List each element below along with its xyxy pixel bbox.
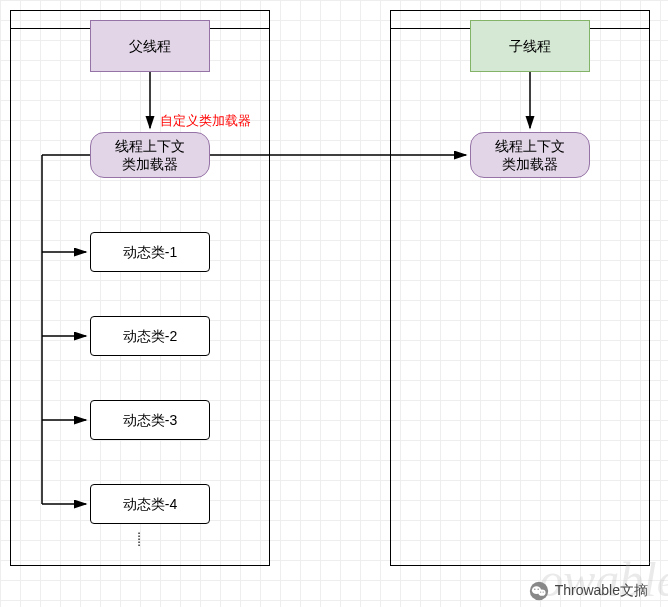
svg-point-6 [542,591,543,592]
wechat-icon [529,581,549,601]
footer-brand-label: Throwable文摘 [555,582,648,600]
footer-brand: Throwable文摘 [529,581,648,601]
child-thread-label: 子线程 [509,37,551,55]
dynamic-class-label: 动态类-1 [123,243,177,261]
dynamic-class-label: 动态类-2 [123,327,177,345]
child-context-loader-label: 线程上下文 类加载器 [495,137,565,173]
svg-point-2 [538,590,545,596]
svg-point-3 [534,589,536,591]
child-context-loader: 线程上下文 类加载器 [470,132,590,178]
dynamic-class-label: 动态类-4 [123,495,177,513]
svg-point-1 [532,586,541,594]
ellipsis-dots: ..... [134,528,144,543]
parent-thread-label: 父线程 [129,37,171,55]
svg-point-4 [537,589,539,591]
dynamic-class-box: 动态类-1 [90,232,210,272]
dynamic-class-box: 动态类-4 [90,484,210,524]
parent-thread-container [10,10,270,566]
dynamic-class-box: 动态类-2 [90,316,210,356]
child-thread-title: 子线程 [470,20,590,72]
parent-context-loader: 线程上下文 类加载器 [90,132,210,178]
dynamic-class-box: 动态类-3 [90,400,210,440]
child-thread-container [390,10,650,566]
custom-classloader-annotation: 自定义类加载器 [160,112,251,130]
parent-thread-title: 父线程 [90,20,210,72]
dynamic-class-label: 动态类-3 [123,411,177,429]
svg-point-0 [529,582,547,600]
parent-context-loader-label: 线程上下文 类加载器 [115,137,185,173]
svg-point-5 [540,591,541,592]
